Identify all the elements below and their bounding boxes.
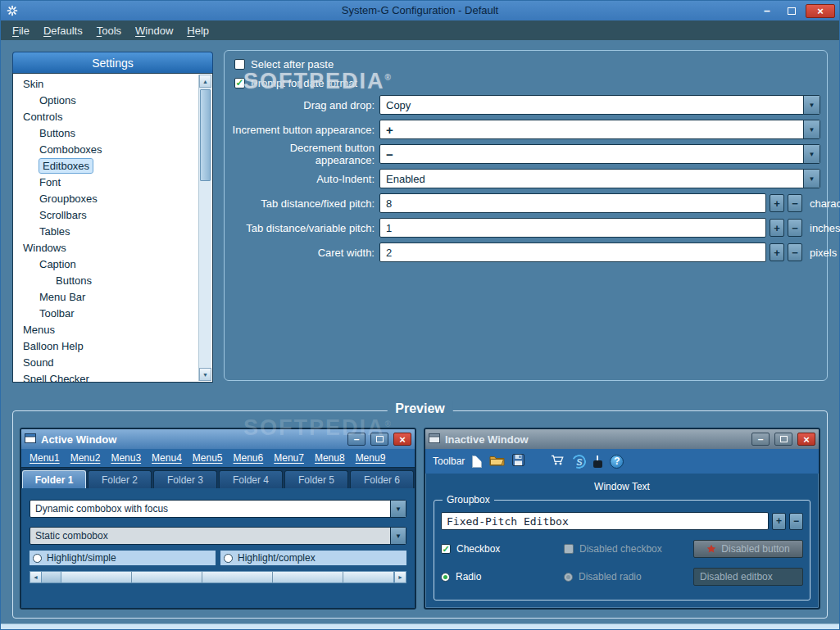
maximize-button[interactable]	[370, 433, 388, 446]
caret-width-editbox[interactable]: 2	[379, 242, 766, 262]
scrollbar-thumb[interactable]	[200, 89, 211, 181]
auto-indent-combobox[interactable]: Enabled ▼	[379, 169, 820, 188]
static-combobox[interactable]: Static combobox ▼	[30, 527, 406, 545]
tab-variable-editbox[interactable]: 1	[379, 218, 766, 238]
increment-button[interactable]: +	[770, 219, 784, 237]
tab-folder-4[interactable]: Folder 4	[219, 470, 283, 488]
radio-option[interactable]: Radio	[441, 571, 564, 582]
help-icon[interactable]: ?	[610, 455, 624, 469]
sidebar-item-menu-bar[interactable]: Menu Bar	[15, 289, 197, 306]
minimize-button[interactable]: –	[751, 433, 770, 446]
dynamic-combobox[interactable]: Dynamic combobox with focus ▼	[30, 500, 406, 518]
scroll-down-icon[interactable]: ▼	[199, 368, 211, 381]
increment-appearance-combobox[interactable]: + ▼	[379, 120, 820, 139]
menu-tools[interactable]: Tools	[97, 25, 121, 37]
sidebar-item-buttons[interactable]: Buttons	[15, 125, 197, 142]
sidebar-item-balloon-help[interactable]: Balloon Help	[15, 338, 197, 355]
tab-fixed-editbox[interactable]: 8	[379, 193, 766, 213]
scroll-left-icon[interactable]: ◄	[30, 571, 42, 583]
checkbox-icon[interactable]: ✓	[441, 544, 451, 554]
preview-menu-item[interactable]: Menu3	[111, 452, 141, 464]
sidebar-item-caption[interactable]: Caption	[15, 256, 197, 273]
close-button[interactable]: ×	[393, 433, 411, 446]
highlight-complex-option[interactable]: Highlight/complex	[220, 551, 406, 565]
drag-and-drop-combobox[interactable]: Copy ▼	[379, 95, 820, 115]
menu-defaults[interactable]: Defaults	[43, 25, 83, 37]
sidebar-item-spell-checker[interactable]: Spell Checker	[15, 371, 197, 383]
chevron-down-icon[interactable]: ▼	[803, 120, 820, 138]
fixed-pitch-editbox[interactable]: Fixed-Pitch Editbox	[441, 512, 769, 530]
tab-folder-6[interactable]: Folder 6	[350, 470, 414, 488]
maximize-button[interactable]	[774, 433, 792, 446]
settings-sidebar: Settings Skin Options Controls Buttons C…	[12, 52, 213, 383]
radio-icon[interactable]	[33, 554, 42, 563]
save-icon[interactable]	[512, 454, 524, 469]
sidebar-item-scrollbars[interactable]: Scrollbars	[15, 207, 197, 224]
browser-icon[interactable]: S	[570, 452, 588, 470]
chevron-down-icon[interactable]: ▼	[803, 96, 820, 114]
close-button[interactable]: ×	[797, 433, 815, 446]
menu-help[interactable]: Help	[187, 25, 209, 37]
chevron-down-icon[interactable]: ▼	[390, 501, 406, 517]
tab-folder-5[interactable]: Folder 5	[284, 470, 348, 488]
checkbox-option[interactable]: ✓ Checkbox	[441, 543, 564, 555]
preview-menu-item[interactable]: Menu8	[315, 452, 345, 464]
prompt-date-format-checkbox[interactable]: ✓	[234, 78, 245, 88]
chevron-down-icon[interactable]: ▼	[803, 170, 820, 188]
preview-horizontal-scrollbar[interactable]: ◄ ►	[30, 571, 406, 583]
decrement-button[interactable]: −	[788, 243, 802, 261]
decrement-appearance-combobox[interactable]: − ▼	[379, 144, 820, 164]
scroll-up-icon[interactable]: ▲	[199, 75, 211, 88]
ink-pen-icon[interactable]	[593, 460, 602, 468]
sidebar-item-sound[interactable]: Sound	[15, 355, 197, 371]
decrement-button[interactable]: −	[788, 219, 802, 237]
minimize-button[interactable]: –	[756, 4, 778, 18]
sidebar-item-caption-buttons[interactable]: Buttons	[15, 273, 197, 289]
preview-menu-item[interactable]: Menu1	[30, 452, 60, 464]
preview-menu-item[interactable]: Menu6	[234, 452, 264, 464]
increment-button[interactable]: +	[770, 194, 784, 212]
menu-file[interactable]: File	[12, 25, 30, 37]
scrollbar-track[interactable]	[61, 571, 394, 583]
sidebar-scrollbar[interactable]: ▲ ▼	[198, 75, 211, 381]
chevron-down-icon[interactable]: ▼	[803, 145, 820, 163]
tab-folder-3[interactable]: Folder 3	[153, 470, 217, 488]
combobox-value: Static combobox	[30, 528, 390, 544]
highlight-simple-option[interactable]: Highlight/simple	[30, 551, 216, 565]
sidebar-item-tables[interactable]: Tables	[15, 224, 197, 240]
chevron-down-icon[interactable]: ▼	[390, 528, 406, 544]
increment-button[interactable]: +	[770, 243, 784, 261]
increment-button[interactable]: +	[772, 513, 786, 530]
preview-menu-item[interactable]: Menu7	[274, 452, 304, 464]
radio-icon[interactable]	[224, 554, 233, 563]
decrement-button[interactable]: −	[788, 194, 802, 212]
sidebar-item-font[interactable]: Font	[15, 174, 197, 191]
preview-menu-item[interactable]: Menu2	[70, 452, 101, 464]
sidebar-item-toolbar[interactable]: Toolbar	[15, 306, 197, 322]
preview-menu-item[interactable]: Menu9	[356, 452, 386, 464]
sidebar-item-windows[interactable]: Windows	[15, 240, 197, 256]
decrement-button[interactable]: −	[789, 513, 803, 530]
sidebar-item-groupboxes[interactable]: Groupboxes	[15, 191, 197, 207]
preview-menu-item[interactable]: Menu5	[193, 452, 223, 464]
tab-folder-2[interactable]: Folder 2	[88, 470, 152, 488]
sidebar-item-options[interactable]: Options	[15, 93, 197, 109]
cart-icon[interactable]	[551, 454, 565, 469]
menu-window[interactable]: Window	[135, 25, 173, 37]
sidebar-item-skin[interactable]: Skin	[15, 76, 197, 93]
tab-folder-1[interactable]: Folder 1	[22, 470, 86, 488]
open-folder-icon[interactable]	[489, 454, 505, 469]
preview-menu-item[interactable]: Menu4	[152, 452, 182, 464]
new-file-icon[interactable]	[472, 456, 482, 468]
select-after-paste-checkbox[interactable]	[234, 59, 245, 70]
radio-icon[interactable]	[441, 573, 450, 582]
scrollbar-thumb[interactable]	[42, 571, 61, 583]
sidebar-item-menus[interactable]: Menus	[15, 322, 197, 338]
maximize-button[interactable]	[781, 4, 802, 18]
sidebar-item-editboxes[interactable]: Editboxes	[15, 158, 197, 174]
sidebar-item-comboboxes[interactable]: Comboboxes	[15, 142, 197, 158]
minimize-button[interactable]: –	[347, 433, 366, 446]
close-button[interactable]: ×	[806, 4, 835, 18]
scroll-right-icon[interactable]: ►	[394, 571, 406, 583]
sidebar-item-controls[interactable]: Controls	[15, 109, 197, 125]
